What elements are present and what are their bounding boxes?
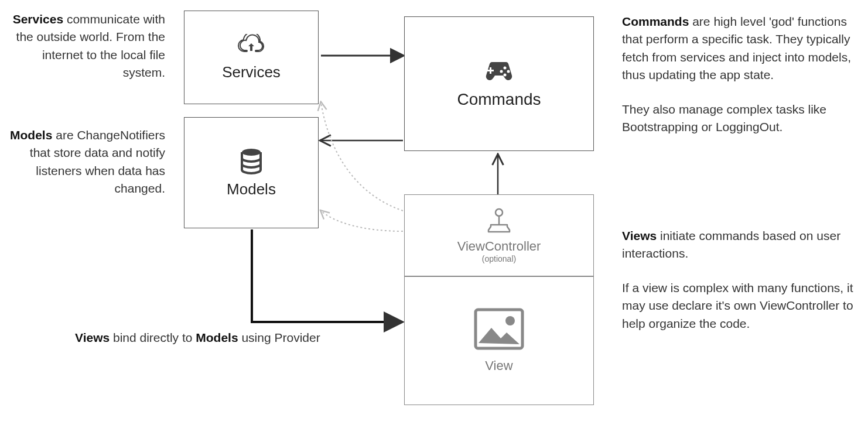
box-models-title: Models bbox=[227, 180, 276, 198]
svg-point-4 bbox=[507, 70, 510, 73]
game-controller-icon bbox=[481, 59, 517, 87]
cloud-upload-icon bbox=[237, 34, 265, 60]
arrow-viewcontroller-to-models-dotted bbox=[321, 211, 403, 231]
description-views: Views initiate commands based on user in… bbox=[622, 227, 853, 333]
svg-point-7 bbox=[495, 209, 503, 216]
box-commands: Commands bbox=[404, 16, 594, 151]
description-models-bold: Models bbox=[10, 128, 52, 142]
svg-point-5 bbox=[504, 74, 507, 77]
box-viewcontroller-sub: (optional) bbox=[482, 254, 516, 263]
description-commands: Commands are high level 'god' functions … bbox=[622, 13, 853, 136]
diagram-canvas: Services communicate with the outside wo… bbox=[0, 0, 868, 425]
database-icon bbox=[238, 148, 264, 177]
description-views-para2: If a view is complex with many functions… bbox=[622, 279, 853, 333]
description-binding-rest: using Provider bbox=[238, 331, 320, 344]
box-commands-title: Commands bbox=[457, 90, 541, 109]
box-services-title: Services bbox=[222, 63, 281, 81]
description-views-bold: Views bbox=[622, 229, 657, 242]
joystick-icon bbox=[487, 207, 511, 235]
description-binding-bold1: Views bbox=[75, 331, 110, 344]
svg-point-6 bbox=[500, 70, 503, 73]
box-viewcontroller-title: ViewController bbox=[457, 239, 541, 254]
box-models: Models bbox=[184, 117, 319, 228]
svg-point-10 bbox=[505, 316, 515, 325]
description-binding-bold2: Models bbox=[196, 331, 238, 344]
description-binding-mid: bind directly to bbox=[110, 331, 196, 344]
divider-viewcontroller-view bbox=[404, 276, 594, 277]
box-view: View bbox=[404, 276, 594, 405]
box-services: Services bbox=[184, 11, 319, 104]
description-models: Models are ChangeNotifiers that store da… bbox=[0, 126, 165, 198]
arrow-viewcontroller-to-services-dotted bbox=[321, 102, 403, 211]
description-commands-bold: Commands bbox=[622, 15, 689, 28]
svg-point-0 bbox=[242, 149, 261, 156]
description-services-bold: Services bbox=[13, 12, 63, 26]
image-icon bbox=[474, 308, 524, 352]
svg-rect-2 bbox=[487, 70, 494, 71]
box-viewcontroller: ViewController (optional) bbox=[404, 194, 594, 276]
description-binding: Views bind directly to Models using Prov… bbox=[75, 329, 403, 347]
arrow-models-to-view bbox=[252, 229, 401, 322]
description-commands-para2: They also manage complex tasks like Boot… bbox=[622, 101, 853, 136]
box-view-title: View bbox=[485, 358, 512, 373]
svg-point-3 bbox=[504, 67, 507, 70]
description-services: Services communicate with the outside wo… bbox=[0, 11, 165, 82]
